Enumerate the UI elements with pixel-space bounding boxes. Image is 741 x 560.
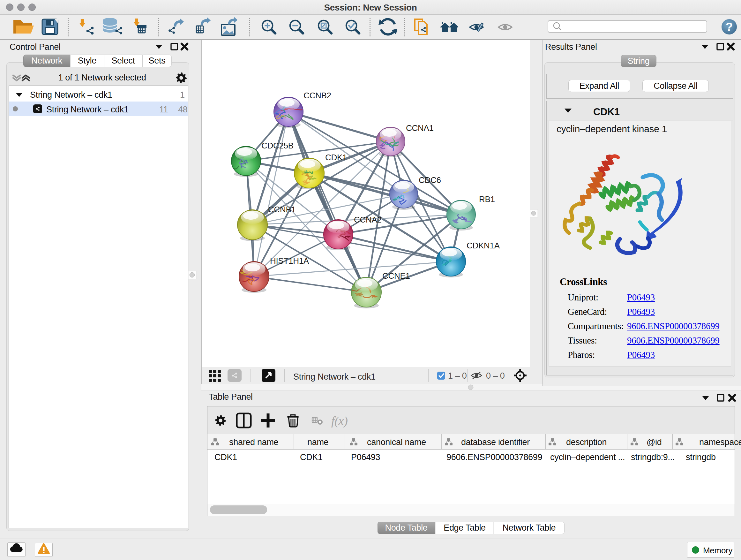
svg-text:CCNA1: CCNA1 <box>406 123 434 133</box>
svg-text:CCNB1: CCNB1 <box>268 205 296 214</box>
svg-text:CDC25B: CDC25B <box>261 141 293 150</box>
svg-text:CDKN1A: CDKN1A <box>467 241 500 250</box>
svg-text:CCNA2: CCNA2 <box>354 215 382 225</box>
svg-text:RB1: RB1 <box>479 194 495 204</box>
svg-text:CDK1: CDK1 <box>325 152 347 162</box>
svg-text:CCNE1: CCNE1 <box>382 271 410 281</box>
svg-text:CCNB2: CCNB2 <box>304 91 331 100</box>
svg-text:HIST1H1A: HIST1H1A <box>270 256 309 266</box>
svg-text:CDC6: CDC6 <box>419 175 441 185</box>
